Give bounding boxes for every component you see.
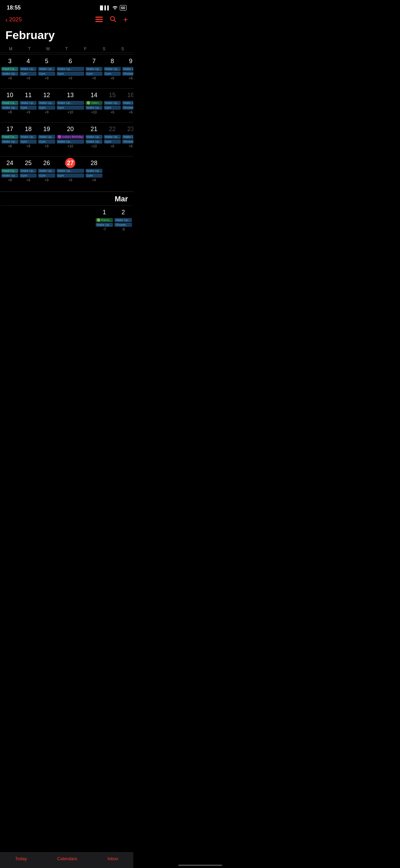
day-number: 21 [89,124,99,134]
event-wake-up: Wake Up... [20,101,37,105]
day-number: 24 [5,158,15,168]
list-icon[interactable] [95,16,103,24]
event-valentines: 🟢 Valen... [85,101,102,105]
back-year-button[interactable]: ‹ 2025 [5,16,22,24]
day-number: 23 [126,124,133,134]
event-rama: 🟢 Rama... [96,218,113,222]
svg-line-4 [114,20,116,22]
event-feed-cat: Feed Ca... [1,135,18,139]
add-icon[interactable]: + [123,15,128,24]
event-gym: Gym [57,106,84,110]
day-cell-6[interactable]: 6 Wake Up... Gym +9 [56,54,85,88]
more-label: +6 [104,110,121,114]
day-cell-4[interactable]: 4 Wake Up... Gym +9 [19,54,37,88]
day-cell-17[interactable]: 17 Feed Ca... Wake Up... +8 [1,122,19,156]
day-header-sun: S [113,45,132,53]
status-time: 18:55 [7,5,21,11]
year-label: 2025 [9,16,22,23]
more-label: +9 [85,76,102,80]
event-wake-up: Wake Up... [85,106,102,110]
event-wake-up: Wake Up... [38,67,55,71]
day-cell-18[interactable]: 18 Wake Up... Gym +9 [19,122,37,156]
day-cell-14[interactable]: 14 🟢 Valen... Wake Up... +10 [85,88,103,122]
day-cell-9[interactable]: 9 Wake Up... Shower, +6 [121,54,133,88]
day-headers: M T W T F S S [0,45,133,53]
day-number: 20 [65,124,75,134]
event-wake-up: Wake Up... [122,67,133,71]
day-number: 15 [107,90,117,100]
header-nav: ‹ 2025 + [0,14,133,27]
more-label: +6 [122,144,133,148]
day-cell-23[interactable]: 23 Wake Up... Shower, +6 [121,122,133,156]
event-gym: Gym [38,140,55,144]
more-label: +9 [20,178,37,182]
event-wake-up: Wake Up... [104,101,121,105]
day-cell-7[interactable]: 7 Wake Up... Gym +9 [85,54,103,88]
event-wake-up: Wake Up... [57,67,84,71]
status-icons: ▐▌▌▌ 60 [99,5,127,11]
event-wake-up: Wake Up... [85,67,102,71]
day-number: 9 [126,56,133,66]
day-cell-20[interactable]: 20 🟣 Anita's Birthday Wake Up... +10 [56,122,85,156]
day-cell-22[interactable]: 22 Wake Up... Gym +6 [103,122,121,156]
header-icons: + [95,15,128,24]
event-shower: Shower, [114,223,132,227]
event-gym: Gym [85,174,102,178]
event-gym: Gym [57,72,84,76]
day-cell-27[interactable]: 27 Wake Up... Gym +9 [56,156,85,190]
empty-mar-5 [76,205,95,239]
event-gym: Gym [38,72,55,76]
day-number: 11 [23,90,33,100]
day-cell-26[interactable]: 26 Wake Up... Gym +9 [37,156,56,190]
more-label: +8 [1,110,18,114]
battery-icon: 60 [120,5,127,11]
day-cell-15[interactable]: 15 Wake Up... Gym +6 [103,88,121,122]
more-label: +6 [122,76,133,80]
day-header-sat: S [95,45,113,53]
more-label: +9 [38,76,55,80]
day-cell-25[interactable]: 25 Wake Up... Gym +9 [19,156,37,190]
day-cell-19[interactable]: 19 Wake Up... Gym +9 [37,122,56,156]
event-gym: Gym [85,72,102,76]
event-wake-up: Wake Up... [104,135,121,139]
day-cell-24[interactable]: 24 Feed Ca... Wake Up... +8 [1,156,19,190]
day-cell-21[interactable]: 21 Wake Up... Wake Up... +10 [85,122,103,156]
day-cell-13[interactable]: 13 Wake Up... Gym +10 [56,88,85,122]
day-cell-28[interactable]: 28 Wake Up... Gym +9 [85,156,103,190]
more-label: +8 [1,144,18,148]
more-label: +9 [38,144,55,148]
empty-mar-1 [1,205,20,239]
day-number: 25 [23,158,33,168]
day-cell-11[interactable]: 11 Wake Up... Gym +9 [19,88,37,122]
day-cell-5[interactable]: 5 Wake Up... Gym +9 [37,54,56,88]
more-label: +10 [57,110,84,114]
search-icon[interactable] [110,16,116,24]
event-wake-up: Wake Up... [104,67,121,71]
event-wake-up: Wake Up... [122,101,133,105]
day-number: 16 [126,90,133,100]
more-label: +8 [1,178,18,182]
day-number: 28 [89,158,99,168]
more-label: +9 [20,110,37,114]
more-label: -7 [96,228,113,231]
day-number: 18 [23,124,33,134]
day-cell-12[interactable]: 12 Wake Up... Gym +9 [37,88,56,122]
event-wake-up: Wake Up... [122,135,133,139]
event-wake-up: Wake Up... [1,174,18,178]
day-cell-3[interactable]: 3 Feed Ca... Wake Up... +8 [1,54,19,88]
event-wake-up: Wake Up... [57,169,84,173]
event-gym: Gym [57,174,84,178]
empty-cell-2 [121,156,133,190]
day-number: 12 [41,90,52,100]
day-cell-mar-2[interactable]: 2 Wake Up... Shower, -8 [114,205,133,239]
event-wake-up: Wake Up... [57,140,84,144]
more-label: +6 [104,144,121,148]
day-cell-10[interactable]: 10 Feed Ca... Wake Up... +8 [1,88,19,122]
day-cell-8[interactable]: 8 Wake Up... Gym +6 [103,54,121,88]
event-shower: Shower, [122,140,133,144]
mar-month-label: Mar [115,195,128,203]
more-label: +10 [85,110,102,114]
day-cell-mar-1[interactable]: 1 🟢 Rama... Wake Up... -7 [95,205,114,239]
day-number: 1 [99,207,110,217]
day-cell-16[interactable]: 16 Wake Up... Shower, +6 [121,88,133,122]
